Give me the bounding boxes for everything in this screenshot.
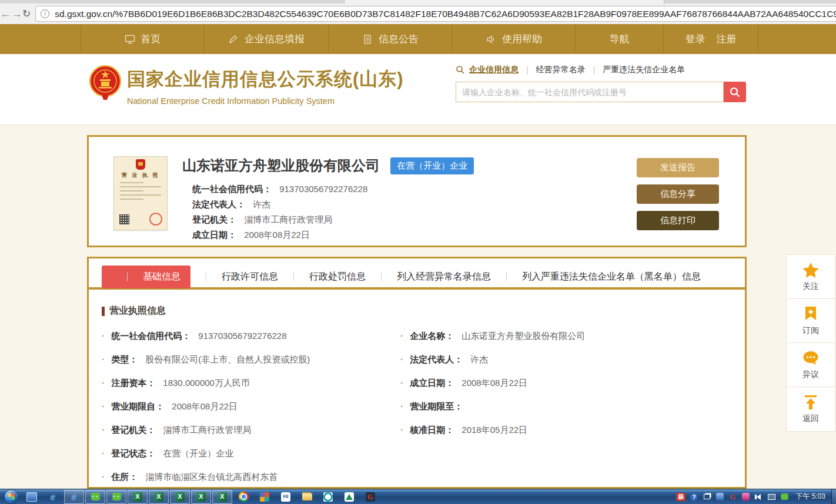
taskbar-item-glyph: X	[135, 493, 139, 500]
side-item-label: 订阅	[802, 325, 819, 336]
nav-item-announcements[interactable]: 信息公告	[328, 24, 452, 54]
taskbar-wechat[interactable]	[85, 490, 105, 504]
separator: |	[526, 65, 529, 75]
tray-ji-app[interactable]: 极	[674, 490, 687, 503]
star-icon	[802, 262, 820, 278]
nav-item-home[interactable]: 首页	[81, 24, 203, 54]
taskbar-excel[interactable]: X	[149, 490, 169, 504]
taskbar-internet-explorer-window[interactable]: e	[64, 490, 84, 504]
taskbar-item-glyph: HI	[283, 494, 289, 499]
taskbar-excel[interactable]: X	[191, 490, 211, 504]
field-value: 淄博市工商行政管理局	[244, 214, 332, 224]
login-link[interactable]: 登录	[685, 32, 705, 46]
taskbar-excel[interactable]: X	[212, 490, 232, 504]
nav-item-help[interactable]: 使用帮助	[452, 24, 575, 54]
field-label: 法定代表人：	[410, 354, 463, 364]
tray-pink-app[interactable]	[739, 490, 752, 503]
tab[interactable]: 行政许可信息	[190, 271, 278, 283]
field-value: 在营（开业）企业	[163, 448, 233, 458]
detail-field: 住所： 淄博市临淄区朱台镇北高西村东首	[102, 465, 732, 489]
detail-field: 营业期限至：	[400, 395, 732, 418]
taskbar-photo-app[interactable]	[255, 490, 275, 504]
search-link-blacklist[interactable]: 严重违法失信企业名单	[603, 65, 685, 75]
taskbar-item-glyph: X	[199, 493, 203, 500]
follow-button[interactable]: 关注	[787, 255, 835, 299]
search-category-links: 企业信用信息 | 经营异常名录 | 严重违法失信企业名单	[456, 65, 746, 75]
separator: |	[593, 65, 596, 75]
search-link-abnormal-list[interactable]: 经营异常名录	[536, 65, 586, 75]
taskbar-item-glyph: e	[51, 492, 55, 502]
taskbar-excel[interactable]: X	[170, 490, 190, 504]
tray-red-app[interactable]: G	[726, 490, 739, 503]
browser-address-bar[interactable]: i sd.gsxt.gov.cn/%7BB6D019E6D1B6E86B3DC2…	[35, 6, 836, 22]
page-info-icon[interactable]: i	[41, 9, 49, 18]
tab[interactable]: 基础信息	[102, 266, 190, 288]
browser-back-button[interactable]: ←	[0, 8, 11, 21]
action-button[interactable]: 信息打印	[637, 211, 719, 230]
detail-field: 类型： 股份有限公司(非上市、自然人投资或控股)	[102, 348, 400, 371]
taskbar-excel[interactable]: X	[128, 490, 148, 504]
search-row	[456, 82, 746, 102]
tab[interactable]: 列入严重违法失信企业名单（黑名单）信息	[491, 271, 701, 283]
bookmark-plus-icon	[803, 306, 818, 322]
company-summary-fields: 统一社会信用代码： 913703056792276228 法定代表人： 许杰 登…	[192, 179, 367, 240]
field-value: 许杰	[253, 199, 270, 209]
taskbar-wechat[interactable]	[106, 490, 126, 504]
national-emblem-logo	[88, 63, 122, 102]
detail-field: 统一社会信用代码： 913703056792276228	[102, 324, 400, 348]
company-head: 山东诺亚方舟塑业股份有限公司 在营（开业）企业	[182, 156, 474, 175]
floating-side-toolbar: 关注 订阅 异议 返回	[786, 254, 835, 432]
field-label: 住所：	[111, 472, 138, 482]
monitor-icon	[124, 34, 136, 45]
search-link-credit-info[interactable]: 企业信用信息	[469, 65, 519, 75]
tray-volume[interactable]	[752, 490, 765, 503]
search-button[interactable]	[724, 82, 746, 102]
taskbar-clock[interactable]: 下午 5:03	[795, 492, 825, 502]
subscribe-button[interactable]: 订阅	[787, 299, 835, 343]
search-icon	[456, 65, 465, 75]
detail-field: 企业名称： 山东诺亚方舟塑业股份有限公司	[400, 324, 732, 348]
browser-forward-button[interactable]: →	[11, 8, 22, 21]
summary-field: 成立日期： 2008年08月22日	[192, 230, 367, 240]
register-link[interactable]: 注册	[717, 32, 737, 46]
tray-wechat[interactable]	[778, 490, 791, 503]
search-icon	[729, 86, 741, 98]
taskbar-folder[interactable]	[297, 490, 317, 504]
tab[interactable]: 列入经营异常名录信息	[366, 271, 491, 283]
nav-item-label: 导航	[610, 32, 630, 46]
objection-button[interactable]: 异议	[787, 343, 835, 387]
browser-reload-button[interactable]: ↻	[22, 8, 31, 20]
taskbar-teal-app[interactable]	[318, 490, 338, 504]
taskbar-app-window-blue[interactable]	[22, 490, 42, 504]
nav-item-label: 企业信息填报	[245, 32, 305, 46]
action-button[interactable]: 发送报告	[637, 158, 719, 177]
field-value: 2008年08月22日	[462, 378, 527, 388]
taskbar-green-app[interactable]	[339, 490, 359, 504]
taskbar-red-app[interactable]: G	[360, 490, 380, 504]
nav-item-navigation[interactable]: 导航	[575, 24, 663, 54]
tray-network[interactable]	[765, 490, 778, 503]
browser-chrome: ← → ↻ i sd.gsxt.gov.cn/%7BB6D019E6D1B6E8…	[0, 0, 836, 24]
show-desktop-button[interactable]	[831, 489, 836, 504]
field-label: 登记机关：	[111, 425, 155, 435]
back-to-top-button[interactable]: 返回	[787, 387, 835, 431]
tray-item-glyph: ?	[690, 493, 698, 501]
speaker-icon	[485, 34, 497, 45]
detail-field: 登记机关： 淄博市工商行政管理局	[102, 418, 400, 442]
taskbar-chrome[interactable]	[233, 490, 253, 504]
windows-taskbar: e e X X	[0, 489, 836, 504]
tray-user-app[interactable]	[713, 490, 726, 503]
tray-help[interactable]: ?	[687, 490, 700, 503]
nav-item-label: 使用帮助	[502, 32, 542, 46]
navbar-spacer	[0, 24, 81, 54]
start-button[interactable]	[5, 490, 18, 503]
field-value: 股份有限公司(非上市、自然人投资或控股)	[145, 354, 310, 364]
detail-field: 营业期限自： 2008年08月22日	[102, 395, 400, 418]
taskbar-baidu-hi[interactable]: HI	[276, 490, 296, 504]
search-input[interactable]	[456, 82, 724, 102]
tab[interactable]: 行政处罚信息	[278, 271, 366, 283]
taskbar-internet-explorer[interactable]: e	[43, 490, 63, 504]
action-button[interactable]: 信息分享	[637, 184, 719, 204]
tray-restore-window[interactable]	[700, 490, 713, 503]
nav-item-enterprise-filing[interactable]: 企业信息填报	[203, 24, 328, 54]
